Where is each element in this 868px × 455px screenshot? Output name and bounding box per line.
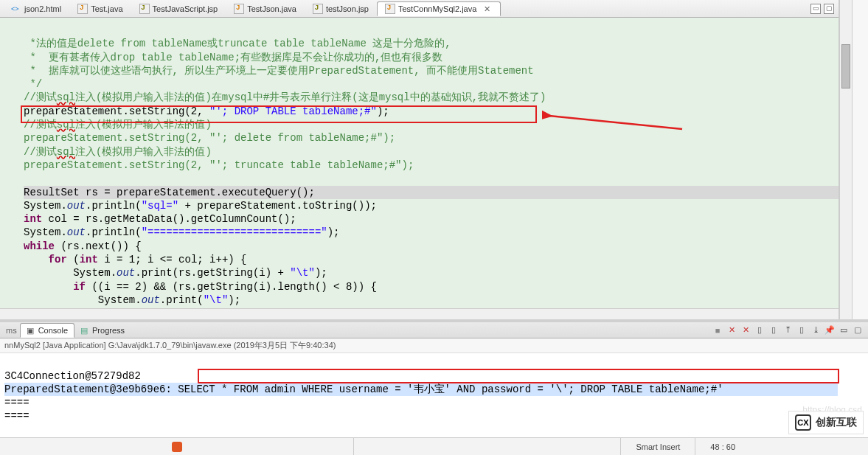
- code-text: ResultSet rs =: [24, 187, 117, 198]
- console-line: 3C4Connection@57279d82: [4, 370, 141, 382]
- bottom-tabbar: ms Console Progress ■ ✕ ✕ ▯ ▯ ⤒ ▯ ⤓ 📌 ▭ …: [0, 322, 868, 338]
- jsp-icon: [313, 4, 323, 14]
- progress-icon: [80, 326, 89, 335]
- vertical-scrollbar[interactable]: [839, 0, 852, 319]
- comment-text: //测试: [24, 91, 57, 103]
- code-identifier: prepareStatement: [24, 105, 122, 117]
- tab-label: testJson.jsp: [326, 4, 369, 13]
- code-editor[interactable]: *法的值是delete from tableName或truncate tabl…: [0, 18, 839, 319]
- bottom-tab-stub: ms: [3, 326, 20, 335]
- minimize-panel-button[interactable]: ▭: [838, 324, 850, 336]
- tab-label: json2.html: [24, 4, 61, 13]
- maximize-button[interactable]: ▢: [824, 4, 834, 14]
- code-indent: [24, 267, 73, 279]
- display-button[interactable]: ▯: [754, 324, 765, 336]
- underlined-text: sql: [57, 146, 75, 158]
- code-keyword: for: [49, 254, 67, 265]
- code-text: System.: [98, 294, 142, 306]
- comment-text: "'; delete from tableName;#": [209, 132, 383, 144]
- code-field: out: [142, 294, 160, 306]
- status-bar: Smart Insert 48 : 60: [0, 437, 868, 455]
- comment-line: */: [24, 78, 42, 90]
- code-string: "sql=": [142, 200, 178, 212]
- horizontal-scrollbar[interactable]: [0, 308, 839, 319]
- tab-testjavascript-jsp[interactable]: TestJavaScript.jsp: [131, 1, 226, 16]
- maximize-panel-button[interactable]: ▢: [852, 324, 864, 336]
- terminate-button[interactable]: ■: [712, 324, 723, 336]
- tab-testconnmysql2[interactable]: TestConnMySql2.java: [377, 1, 501, 16]
- code-field: out: [117, 267, 135, 279]
- code-text: System.: [24, 200, 67, 212]
- pin-button[interactable]: ⤓: [810, 324, 822, 336]
- code-text: .setString(2,: [122, 105, 209, 117]
- pin2-button[interactable]: 📌: [824, 324, 836, 336]
- tab-json2[interactable]: json2.html: [3, 1, 69, 16]
- status-icon: [172, 442, 182, 452]
- tab-console[interactable]: Console: [20, 323, 74, 338]
- code-text: );: [315, 267, 327, 279]
- code-text: col = rs.getMetaData().getColumnCount();: [42, 213, 296, 225]
- code-text: System.: [24, 226, 67, 238]
- comment-text: .setString(2,: [122, 159, 209, 171]
- clear-button[interactable]: ▯: [796, 324, 808, 336]
- code-indent: [24, 294, 98, 306]
- code-field: out: [67, 226, 86, 238]
- console-text: SELECT * FROM admin WHERE username = '韦小…: [178, 383, 723, 395]
- code-text: );: [377, 105, 389, 117]
- tab-progress[interactable]: Progress: [74, 323, 131, 338]
- logo-mark-icon: CX: [795, 414, 811, 431]
- tab-label: Console: [38, 326, 68, 335]
- code-text: (: [67, 254, 80, 265]
- comment-line: * 据库就可以使这些语句执行, 所以生产环境上一定要使用PreparedStat…: [24, 65, 534, 77]
- code-identifier: prepareStatement: [197, 200, 296, 212]
- code-string: "============================": [142, 226, 327, 238]
- code-keyword: if: [73, 281, 86, 293]
- comment-text: "'; truncate table tableName;#": [209, 159, 401, 171]
- code-text: .print(: [160, 294, 204, 306]
- tab-label: TestJavaScript.jsp: [153, 4, 218, 13]
- comment-text: //测试: [24, 146, 57, 158]
- comment-text: //测试: [24, 119, 57, 131]
- comment-text: 注入(模拟用户输入非法的值)在mysql中#井号表示单行注释(这是mysql中的…: [75, 91, 546, 103]
- tab-testjson-java[interactable]: TestJson.java: [226, 1, 305, 16]
- code-text: .executeQuery();: [215, 187, 314, 198]
- highlight-box-console: [198, 369, 839, 383]
- comment-text: );: [383, 132, 395, 144]
- tab-label: TestJson.java: [247, 4, 296, 13]
- code-text: );: [327, 226, 340, 238]
- console-output[interactable]: 3C4Connection@57279d82 PreparedStatement…: [0, 353, 868, 434]
- code-indent: [24, 281, 73, 293]
- right-gutter: [852, 0, 868, 319]
- remove-launch-button[interactable]: ✕: [726, 324, 737, 336]
- tab-label: TestConnMySql2.java: [398, 4, 476, 13]
- code-keyword: int: [80, 254, 98, 265]
- display2-button[interactable]: ▯: [768, 324, 780, 336]
- minimize-button[interactable]: ▭: [810, 4, 821, 14]
- editor-tabbar: json2.html Test.java TestJavaScript.jsp …: [0, 0, 839, 18]
- remove-all-button[interactable]: ✕: [740, 324, 751, 336]
- tab-test-java[interactable]: Test.java: [69, 1, 131, 16]
- code-text: .print(rs.getString(i) +: [135, 267, 290, 279]
- java-icon: [234, 4, 244, 14]
- code-string: "\t": [204, 294, 229, 306]
- console-text: PreparedStatement@3e9b69e6:: [4, 383, 178, 395]
- close-icon[interactable]: [484, 4, 493, 13]
- status-position: 48 : 60: [695, 438, 750, 455]
- code-text: +: [178, 200, 197, 212]
- launch-info: nnMySql2 [Java Application] G:\Java\jdk1…: [0, 338, 868, 353]
- html-icon: [11, 4, 21, 14]
- scrollbar-thumb[interactable]: [841, 44, 850, 88]
- tab-label: Progress: [92, 326, 125, 335]
- code-keyword: int: [24, 213, 42, 225]
- comment-text: prepareStatement: [24, 132, 122, 144]
- code-keyword: while: [24, 240, 55, 252]
- comment-text: 注入(模拟用户输入非法的值): [75, 146, 212, 158]
- scroll-lock-button[interactable]: ⤒: [782, 324, 794, 336]
- tab-testjson-jsp[interactable]: testJson.jsp: [305, 1, 377, 16]
- underlined-text: sql: [57, 119, 75, 131]
- code-text: (rs.next()) {: [55, 240, 142, 252]
- brand-logo: CX 创新互联: [788, 411, 864, 434]
- jsp-icon: [139, 4, 150, 14]
- code-text: .println(: [86, 226, 142, 238]
- code-text: i = 1; i <= col; i++) {: [98, 254, 247, 265]
